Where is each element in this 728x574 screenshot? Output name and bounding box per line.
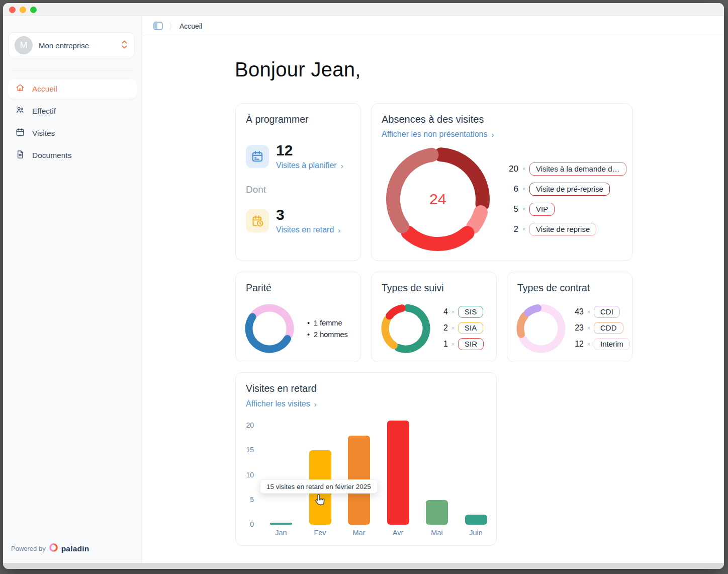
times-icon: × [448, 325, 458, 331]
absences-total: 24 [385, 146, 491, 253]
legend-row: 6×Visite de pré-reprise [498, 182, 626, 196]
times-icon: × [518, 206, 529, 213]
y-axis-tick: 20 [239, 421, 254, 429]
donut-segment [398, 308, 426, 349]
sidebar-item-label: Accueil [32, 85, 57, 94]
x-axis-label: Mai [422, 529, 452, 537]
legend-pill[interactable]: CDI [594, 306, 620, 318]
legend-pill[interactable]: Interim [594, 338, 630, 350]
visites-en-retard-link[interactable]: Visites en retard› [276, 225, 340, 234]
legend-row: 2×SIA [426, 321, 484, 334]
stat-value: 3 [276, 206, 285, 223]
legend-count: 2 [426, 323, 448, 333]
x-axis-label: Fev [305, 529, 335, 537]
legend-row: 5×VIP [498, 202, 626, 216]
card-types-suivi: Types de suivi 4×SIS2×SIA1×SIR [371, 272, 497, 362]
legend-row: 4×SIS [426, 305, 484, 318]
company-name: Mon entreprise [39, 41, 115, 50]
times-icon: × [584, 325, 594, 331]
sidebar-toggle-icon[interactable] [153, 22, 163, 30]
legend-pill[interactable]: Visite de pré-reprise [529, 183, 610, 196]
bar-juin[interactable] [465, 515, 487, 525]
paladin-logo-icon [49, 543, 58, 554]
times-icon: × [518, 166, 529, 173]
chart-tooltip: 15 visites en retard en février 2025 [260, 479, 378, 494]
legend-pill[interactable]: SIA [458, 322, 483, 334]
window-controls [9, 7, 37, 13]
sidebar-item-accueil[interactable]: Accueil [8, 79, 137, 99]
card-a-programmer: À programmer 12 Visites à planifier› Don… [235, 103, 361, 261]
people-icon [15, 105, 25, 117]
company-selector[interactable]: M Mon entreprise [8, 32, 135, 58]
sidebar-item-visites[interactable]: Visites [8, 124, 137, 143]
calendar-icon [15, 127, 25, 139]
sidebar-item-label: Visites [32, 129, 55, 138]
card-parite: Parité 1 femme2 hommes [235, 272, 361, 362]
legend-row: 23×CDD [562, 321, 630, 334]
legend-pill[interactable]: SIS [458, 306, 483, 318]
chevron-right-icon: › [492, 131, 494, 138]
legend-count: 12 [562, 340, 584, 349]
contrat-donut-chart [515, 303, 567, 354]
parite-donut-chart [244, 303, 295, 354]
donut-segment [385, 320, 394, 346]
x-axis-label: Mar [344, 529, 374, 537]
sidebar: M Mon entreprise AccueilEffectifVisitesD… [3, 16, 142, 563]
donut-segment [528, 308, 538, 313]
times-icon: × [448, 341, 458, 347]
powered-by: Powered by paladin [11, 543, 89, 554]
zoom-window-button[interactable] [30, 7, 37, 13]
suivi-donut-chart [380, 303, 431, 354]
x-axis-label: Juin [461, 529, 491, 537]
bar-mai[interactable] [426, 500, 448, 525]
retard-bar-chart: 05101520JanFevMarAvrMaiJuin [236, 373, 496, 545]
card-title: Parité [246, 282, 271, 294]
legend-item: 2 hommes [307, 329, 348, 341]
times-icon: × [584, 341, 594, 347]
calendar-icon [246, 145, 269, 168]
topbar-divider [170, 22, 170, 31]
hand-cursor-icon [311, 494, 326, 511]
sidebar-item-documents[interactable]: Documents [8, 146, 137, 165]
legend-count: 5 [498, 204, 518, 214]
calendar-clock-icon [246, 209, 269, 232]
afficher-non-presentations-link[interactable]: Afficher les non présentations› [382, 130, 494, 139]
sidebar-nav: AccueilEffectifVisitesDocuments [8, 79, 137, 165]
legend-row: 12×Interim [562, 338, 630, 350]
sidebar-item-effectif[interactable]: Effectif [8, 102, 137, 121]
x-axis-label: Jan [266, 529, 296, 537]
y-axis-tick: 0 [239, 520, 254, 528]
y-axis-tick: 15 [239, 446, 254, 454]
legend-pill[interactable]: Visite de reprise [529, 223, 596, 236]
legend-pill[interactable]: CDD [594, 322, 623, 334]
donut-segment [249, 317, 287, 349]
card-title: Absences à des visites [382, 114, 484, 125]
breadcrumb: Accueil [179, 22, 202, 30]
chevron-right-icon: › [338, 226, 340, 234]
brand-name: paladin [61, 544, 89, 553]
legend-item: 1 femme [307, 317, 348, 329]
chevron-right-icon: › [341, 162, 343, 170]
times-icon: × [518, 186, 529, 193]
legend-pill[interactable]: SIR [458, 338, 484, 350]
absences-donut-chart: 24 [385, 146, 491, 253]
window-bottom-edge [3, 563, 724, 569]
company-avatar: M [15, 36, 33, 54]
bar-jan[interactable] [270, 523, 292, 525]
document-icon [15, 149, 25, 161]
main-area: Accueil Bonjour Jean, À programmer 12 Vi… [142, 16, 724, 563]
visites-a-planifier-link[interactable]: Visites à planifier› [276, 161, 343, 170]
legend-pill[interactable]: Visites à la demande d… [529, 162, 626, 176]
bar-avr[interactable] [387, 421, 409, 525]
page-title: Bonjour Jean, [235, 58, 361, 81]
legend-count: 20 [498, 164, 518, 174]
absences-legend: 20×Visites à la demande d…6×Visite de pr… [498, 162, 626, 236]
times-icon: × [518, 226, 529, 233]
close-window-button[interactable] [9, 7, 16, 13]
legend-count: 23 [562, 323, 584, 333]
macos-titlebar [3, 3, 724, 16]
minimize-window-button[interactable] [20, 7, 26, 13]
times-icon: × [584, 309, 594, 315]
times-icon: × [448, 309, 458, 315]
legend-pill[interactable]: VIP [529, 203, 555, 216]
